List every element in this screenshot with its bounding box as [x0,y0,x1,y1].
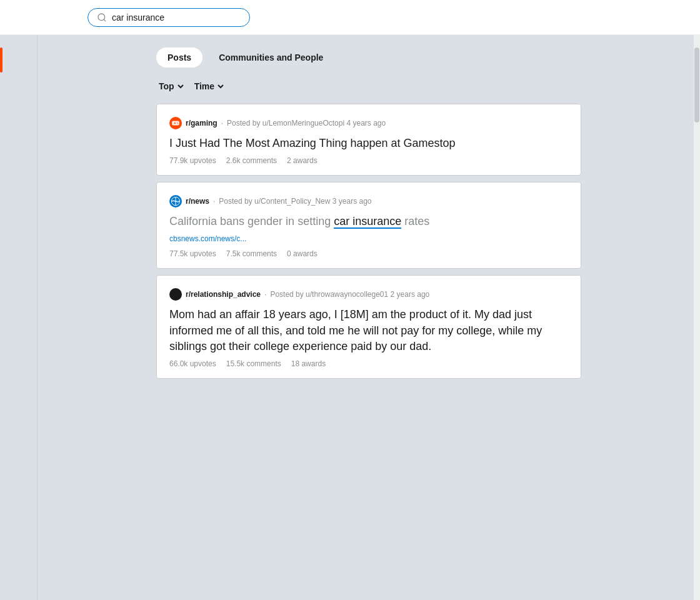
post-stats-3: 66.0k upvotes 15.5k comments 18 awards [169,359,568,368]
subreddit-name-1[interactable]: r/gaming [186,119,218,128]
title-before-2: California bans gender in setting [169,215,334,228]
scrollbar-thumb[interactable] [694,48,699,122]
post-meta-3: r/relationship_advice · Posted by u/thro… [169,288,568,301]
svg-point-6 [178,123,178,124]
awards-2: 0 awards [287,249,318,258]
subreddit-icon-gaming [169,117,182,129]
post-title-2: California bans gender in setting car in… [169,214,568,229]
svg-line-1 [104,19,106,21]
sort-top-label: Top [159,81,174,91]
sort-top-button[interactable]: Top [159,79,184,94]
svg-point-0 [98,14,105,21]
post-title-3: Mom had an affair 18 years ago, I [18M] … [169,307,568,354]
main-content: Posts Communities and People Top Time [119,35,581,398]
comments-3: 15.5k comments [226,359,281,368]
sort-time-label: Time [194,81,214,91]
meta-dot-2: · [213,197,215,206]
awards-3: 18 awards [291,359,326,368]
post-link-2[interactable]: cbsnews.com/news/c... [169,234,568,243]
meta-dot-1: · [221,119,223,128]
posted-by-3: Posted by u/throwawaynocollege01 2 years… [270,290,429,299]
post-stats-1: 77.9k upvotes 2.6k comments 2 awards [169,156,568,165]
posts-container: r/gaming · Posted by u/LemonMeringueOcto… [156,104,581,385]
upvotes-1: 77.9k upvotes [169,156,216,165]
title-highlight-2: car insurance [334,215,401,229]
chevron-down-icon-2 [217,82,224,90]
post-card-2[interactable]: r/news · Posted by u/Content_Policy_New … [156,182,581,269]
subreddit-name-3[interactable]: r/relationship_advice [186,290,261,299]
subreddit-icon-relationship [169,288,182,301]
posted-by-2: Posted by u/Content_Policy_New 3 years a… [219,197,371,206]
post-meta: r/gaming · Posted by u/LemonMeringueOcto… [169,117,568,129]
filter-tabs: Posts Communities and People [156,48,581,68]
upvotes-2: 77.5k upvotes [169,249,216,258]
sort-time-button[interactable]: Time [194,79,224,94]
posted-by-1: Posted by u/LemonMeringueOctopi 4 years … [227,119,386,128]
title-after-2: rates [401,215,429,228]
awards-1: 2 awards [287,156,318,165]
tab-communities[interactable]: Communities and People [208,48,334,68]
post-title-1: I Just Had The Most Amazing Thing happen… [169,136,568,151]
subreddit-icon-news [169,195,182,208]
post-card-3[interactable]: r/relationship_advice · Posted by u/thro… [156,275,581,379]
chevron-down-icon [177,82,184,90]
post-stats-2: 77.5k upvotes 7.5k comments 0 awards [169,249,568,258]
search-box[interactable]: car insurance [88,8,250,27]
post-meta-2: r/news · Posted by u/Content_Policy_New … [169,195,568,208]
topbar: car insurance [0,0,700,35]
meta-dot-3: · [264,290,266,299]
scrollbar-track[interactable] [694,35,700,600]
comments-2: 7.5k comments [226,249,277,258]
svg-point-5 [177,122,178,123]
upvotes-3: 66.0k upvotes [169,359,216,368]
tab-posts[interactable]: Posts [156,48,202,68]
subreddit-name-2[interactable]: r/news [186,197,209,206]
post-card[interactable]: r/gaming · Posted by u/LemonMeringueOcto… [156,104,581,176]
sort-row: Top Time [156,79,581,94]
comments-1: 2.6k comments [226,156,277,165]
search-value: car insurance [112,12,164,22]
search-icon [97,12,107,22]
